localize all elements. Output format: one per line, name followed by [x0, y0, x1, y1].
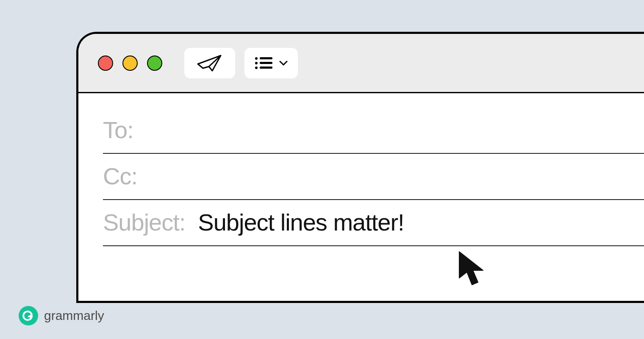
paper-plane-icon [197, 54, 222, 72]
window-zoom-button[interactable] [147, 56, 162, 71]
svg-point-1 [255, 62, 258, 64]
subject-value: Subject lines matter! [198, 208, 404, 236]
to-label: To: [103, 116, 133, 144]
cc-label: Cc: [103, 162, 137, 190]
send-button[interactable] [184, 48, 235, 78]
brand-logo-icon [19, 306, 38, 325]
brand-badge-group: grammarly [19, 306, 104, 325]
svg-point-0 [255, 57, 258, 60]
svg-rect-4 [260, 62, 272, 64]
compose-window: To: Cc: Subject: Subject lines matter! [76, 32, 644, 303]
to-field-row[interactable]: To: [103, 108, 644, 154]
brand-name: grammarly [44, 308, 104, 323]
chevron-down-icon [279, 60, 288, 66]
svg-point-2 [255, 67, 258, 69]
subject-label: Subject: [103, 208, 185, 236]
format-list-button[interactable] [244, 48, 298, 78]
cursor-icon [458, 250, 489, 288]
svg-rect-5 [260, 67, 272, 69]
cc-field-row[interactable]: Cc: [103, 154, 644, 200]
svg-rect-3 [260, 57, 272, 59]
list-icon [255, 56, 273, 70]
subject-field-row[interactable]: Subject: Subject lines matter! [103, 200, 644, 246]
compose-body: To: Cc: Subject: Subject lines matter! [78, 93, 644, 246]
window-close-button[interactable] [98, 56, 113, 71]
window-titlebar [78, 34, 644, 93]
window-minimize-button[interactable] [122, 56, 138, 71]
